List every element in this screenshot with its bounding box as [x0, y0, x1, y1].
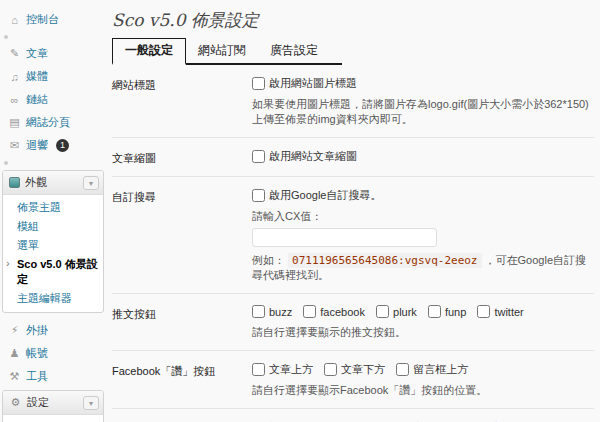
- sidebar-item-label: 工具: [26, 369, 48, 384]
- sidebar-item-theme-editor[interactable]: 主題編輯器: [3, 289, 103, 308]
- facebook-checkbox[interactable]: [303, 305, 316, 318]
- like-above-comment-checkbox[interactable]: [396, 363, 409, 376]
- row-post-thumbnail: 文章縮圖 啟用網站文章縮圖: [112, 138, 594, 177]
- funp-checkbox[interactable]: [428, 305, 441, 318]
- checkbox-label: funp: [445, 306, 466, 318]
- like-below-post-option[interactable]: 文章下方: [324, 362, 385, 377]
- sidebar-item-tools[interactable]: ⚒ 工具: [0, 365, 106, 388]
- tools-icon: ⚒: [8, 370, 21, 383]
- enable-google-search-checkbox[interactable]: [252, 189, 265, 202]
- row-facebook-like: Facebook「讚」按鈕 文章上方 文章下方 留言框上方 請自行選擇要顯示Fa…: [112, 351, 594, 409]
- checkbox-label: 啟用網站文章縮圖: [269, 149, 357, 164]
- checkbox-label: 留言框上方: [413, 362, 468, 377]
- sidebar-item-plugins[interactable]: ⚡ 外掛: [0, 319, 106, 342]
- sidebar-item-sco-theme-settings[interactable]: Sco v5.0 佈景設定: [3, 255, 103, 289]
- enable-thumbnail-option[interactable]: 啟用網站文章縮圖: [252, 149, 357, 164]
- funp-option[interactable]: funp: [428, 305, 466, 318]
- checkbox-label: 啟用Google自訂搜尋。: [269, 188, 381, 203]
- sidebar-item-label: 文章: [26, 46, 48, 61]
- field-description: 請自行選擇要顯示的推文按鈕。: [252, 325, 594, 340]
- page-title: Sco v5.0 佈景設定: [112, 9, 594, 32]
- plurk-checkbox[interactable]: [376, 305, 389, 318]
- checkbox-label: plurk: [393, 306, 417, 318]
- settings-form: 網站標題 啟用網站圖片標題 如果要使用圖片標題，請將圖片存為logo.gif(圖…: [112, 65, 594, 422]
- sidebar-item-widgets[interactable]: 模組: [3, 217, 103, 236]
- sidebar-item-pages[interactable]: ▤ 網誌分頁: [0, 111, 106, 134]
- enable-image-title-option[interactable]: 啟用網站圖片標題: [252, 76, 357, 91]
- media-icon: ♫: [8, 71, 21, 83]
- enable-thumbnail-checkbox[interactable]: [252, 150, 265, 163]
- field-label: 推文按鈕: [112, 305, 252, 340]
- example-code: 0711196565645086:vgsvq-2eeoz: [288, 253, 481, 268]
- sidebar-item-themes[interactable]: 佈景主題: [3, 198, 103, 217]
- row-site-title: 網站標題 啟用網站圖片標題 如果要使用圖片標題，請將圖片存為logo.gif(圖…: [112, 65, 594, 138]
- enable-image-title-checkbox[interactable]: [252, 77, 265, 90]
- tab-ad-settings[interactable]: 廣告設定: [258, 39, 330, 63]
- checkbox-label: buzz: [269, 306, 292, 318]
- sidebar-item-label: 外觀: [25, 175, 47, 190]
- settings-submenu: 一般 寫作 閱讀 討論 媒體 隱私 固定網址 Tab選單設定: [3, 415, 103, 422]
- sidebar-item-general[interactable]: 一般: [3, 418, 103, 422]
- sidebar-item-appearance[interactable]: 外觀 ▾: [3, 171, 103, 195]
- sidebar-item-settings[interactable]: ⚙ 設定 ▾: [3, 391, 103, 415]
- sidebar-menu-settings: ⚙ 設定 ▾ 一般 寫作 閱讀 討論 媒體 隱私 固定網址 Tab選單設定: [2, 390, 104, 422]
- like-above-post-checkbox[interactable]: [252, 363, 265, 376]
- like-below-post-checkbox[interactable]: [324, 363, 337, 376]
- buzz-checkbox[interactable]: [252, 305, 265, 318]
- sidebar-item-label: 帳號: [26, 346, 48, 361]
- field-label: 自訂搜尋: [112, 188, 252, 283]
- cx-value-input[interactable]: [252, 228, 437, 247]
- pages-icon: ▤: [8, 116, 21, 129]
- checkbox-label: 文章上方: [269, 362, 313, 377]
- checkbox-label: twitter: [494, 306, 523, 318]
- row-google-analytics: Google_Analytics設定 啟用Google_Analytics分析(…: [112, 409, 594, 422]
- twitter-option[interactable]: twitter: [477, 305, 523, 318]
- like-above-post-option[interactable]: 文章上方: [252, 362, 313, 377]
- posts-icon: ✎: [8, 47, 21, 60]
- sidebar-item-posts[interactable]: ✎ 文章: [0, 42, 106, 65]
- settings-icon: ⚙: [9, 396, 22, 409]
- field-label: Facebook「讚」按鈕: [112, 362, 252, 398]
- sidebar-item-label: 鏈結: [26, 92, 48, 107]
- sidebar-item-label: 迴響: [26, 138, 48, 153]
- sidebar-item-label: 網誌分頁: [26, 115, 70, 130]
- enable-google-search-option[interactable]: 啟用Google自訂搜尋。: [252, 188, 381, 203]
- sidebar-item-menus[interactable]: 選單: [3, 236, 103, 255]
- field-label: 網站標題: [112, 76, 252, 127]
- cx-input-label: 請輸入CX值：: [252, 209, 594, 224]
- tab-site-subscription[interactable]: 網站訂閱: [186, 39, 258, 63]
- checkbox-label: facebook: [320, 306, 365, 318]
- buzz-option[interactable]: buzz: [252, 305, 292, 318]
- sidebar-item-label: 設定: [27, 395, 49, 410]
- twitter-checkbox[interactable]: [477, 305, 490, 318]
- links-icon: ∞: [8, 94, 21, 106]
- sidebar-item-comments[interactable]: ✉ 迴響 1: [0, 134, 106, 157]
- tab-general-settings[interactable]: 一般設定: [112, 38, 186, 65]
- plugins-icon: ⚡: [8, 324, 21, 337]
- plurk-option[interactable]: plurk: [376, 305, 417, 318]
- sidebar-item-links[interactable]: ∞ 鏈結: [0, 88, 106, 111]
- chevron-down-icon[interactable]: ▾: [83, 396, 99, 410]
- field-label: 文章縮圖: [112, 149, 252, 166]
- appearance-submenu: 佈景主題 模組 選單 Sco v5.0 佈景設定 主題編輯器: [3, 195, 103, 312]
- sidebar-separator[interactable]: [0, 157, 106, 168]
- users-icon: ♟: [8, 347, 21, 360]
- field-description: 請自行選擇要顯示Facebook「讚」按鈕的位置。: [252, 383, 594, 398]
- home-icon: ⌂: [8, 14, 21, 26]
- sidebar-item-dashboard[interactable]: ⌂ 控制台: [0, 8, 106, 31]
- sidebar-item-media[interactable]: ♫ 媒體: [0, 65, 106, 88]
- sidebar-item-label: 外掛: [26, 323, 48, 338]
- main-content: Sco v5.0 佈景設定 一般設定 網站訂閱 廣告設定 網站標題 啟用網站圖片…: [112, 0, 594, 422]
- comments-count-badge: 1: [56, 139, 69, 152]
- sidebar-item-users[interactable]: ♟ 帳號: [0, 342, 106, 365]
- sidebar-separator[interactable]: [0, 31, 106, 42]
- admin-sidebar: ⌂ 控制台 ✎ 文章 ♫ 媒體 ∞ 鏈結 ▤ 網誌分頁 ✉ 迴響 1 外觀 ▾ …: [0, 0, 106, 422]
- sidebar-item-label: 媒體: [26, 69, 48, 84]
- comments-icon: ✉: [8, 139, 21, 152]
- chevron-down-icon[interactable]: ▾: [83, 176, 99, 190]
- row-tweet-buttons: 推文按鈕 buzz facebook plurk funp: [112, 294, 594, 351]
- checkbox-label: 啟用網站圖片標題: [269, 76, 357, 91]
- row-custom-search: 自訂搜尋 啟用Google自訂搜尋。 請輸入CX值： 例如： 071119656…: [112, 177, 594, 294]
- facebook-option[interactable]: facebook: [303, 305, 365, 318]
- like-above-comment-option[interactable]: 留言框上方: [396, 362, 468, 377]
